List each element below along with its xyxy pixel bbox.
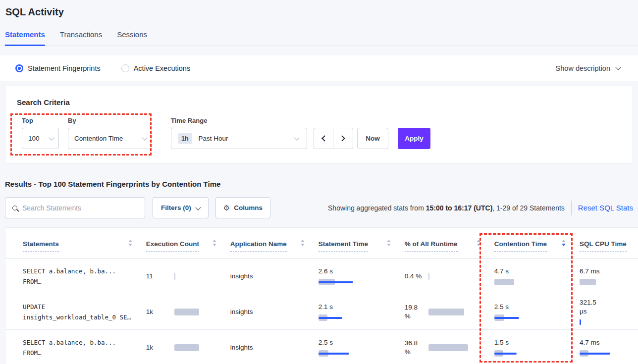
statement-link[interactable]: SELECT a.balance, b.ba... FROM… — [23, 266, 146, 287]
statement-time-value: 2.1 s — [319, 303, 405, 312]
pct-runtime-value: 36.8 — [405, 339, 428, 348]
execution-count-cell: 1k — [146, 308, 230, 315]
time-step-buttons — [314, 128, 353, 149]
time-range-value: Past Hour — [199, 135, 228, 142]
view-mode-bar: Statement Fingerprints Active Executions… — [0, 55, 638, 81]
tab-transactions[interactable]: Transactions — [60, 30, 102, 46]
tab-statements[interactable]: Statements — [5, 30, 45, 46]
pct-runtime-bar — [428, 344, 468, 351]
contention-time-value: 1.5 s — [494, 338, 580, 347]
column-header-contention-time[interactable]: Contention Time — [494, 240, 580, 246]
time-range-field: Time Range 1h Past Hour — [171, 117, 307, 149]
radio-active-executions[interactable]: Active Executions — [121, 64, 190, 72]
search-criteria-title: Search Criteria — [17, 98, 621, 106]
by-field: By Contention Time — [68, 117, 152, 149]
time-range-label: Time Range — [171, 117, 307, 124]
execution-count-bar — [174, 309, 199, 315]
statement-line1: UPDATE — [23, 302, 146, 312]
search-input[interactable] — [22, 204, 131, 212]
pct-runtime-bar — [428, 309, 464, 315]
radio-label: Active Executions — [134, 64, 190, 72]
execution-count-cell: 11 — [146, 272, 230, 280]
sort-icon[interactable] — [213, 240, 216, 246]
sort-icon-active-desc[interactable] — [562, 240, 566, 246]
column-label: Statement Time — [319, 240, 368, 252]
by-label: By — [68, 117, 152, 124]
sort-icon[interactable] — [477, 240, 480, 246]
chevron-down-icon — [49, 135, 54, 140]
execution-count-bar — [174, 344, 199, 351]
show-description-toggle[interactable]: Show description — [556, 64, 620, 72]
column-label: % of All Runtime — [405, 240, 458, 252]
statement-line1: SELECT a.balance, b.ba... — [23, 266, 146, 276]
sql-cpu-time-bar — [580, 350, 638, 357]
radio-unselected-icon[interactable] — [121, 64, 129, 72]
application-name-cell: insights — [230, 272, 319, 280]
next-interval-button[interactable] — [333, 128, 353, 149]
search-statements-box — [5, 197, 145, 218]
sort-icon[interactable] — [128, 240, 132, 246]
statement-time-bar — [319, 314, 378, 321]
columns-label: Columns — [234, 204, 263, 211]
contention-time-bar — [494, 350, 554, 357]
by-select-value: Contention Time — [74, 135, 123, 142]
contention-time-bar — [494, 314, 554, 321]
sort-icon[interactable] — [387, 240, 391, 246]
execution-count-bar — [174, 273, 175, 280]
search-criteria-card: Search Criteria Top 100 By Contention Ti… — [5, 86, 633, 164]
column-label: Execution Count — [146, 240, 199, 252]
statement-link[interactable]: SELECT a.balance, b.ba... FROM… — [23, 337, 146, 358]
stats-prefix: Showing aggregated stats from — [328, 204, 426, 212]
statement-link[interactable]: UPDATE insights_workload_table_0 SE… — [23, 302, 146, 322]
top-select[interactable]: 100 — [22, 128, 59, 149]
results-toolbar: Filters (0) ⚙ Columns Showing aggregated… — [5, 197, 633, 218]
contention-time-cell: 1.5 s — [494, 338, 580, 357]
pct-runtime-cell: 0.4 % — [405, 272, 494, 281]
table-row: SELECT a.balance, b.ba... FROM… 11 insig… — [5, 259, 638, 294]
radio-selected-icon[interactable] — [15, 64, 23, 72]
by-select[interactable]: Contention Time — [68, 128, 152, 149]
stats-suffix: , 1-29 of 29 Statements — [492, 204, 565, 212]
apply-button[interactable]: Apply — [398, 128, 430, 149]
statement-line1: SELECT a.balance, b.ba... — [23, 337, 146, 348]
column-header-pct-runtime[interactable]: % of All Runtime — [405, 240, 494, 246]
time-range-select[interactable]: 1h Past Hour — [171, 128, 307, 149]
previous-interval-button[interactable] — [314, 128, 333, 149]
execution-count-cell: 1k — [146, 344, 230, 351]
sql-cpu-time-cell: 6.7 ms — [580, 267, 638, 285]
stats-range: 15:00 to 16:17 (UTC) — [426, 204, 493, 212]
reset-sql-stats-link[interactable]: Reset SQL Stats — [578, 204, 633, 212]
top-select-value: 100 — [28, 135, 40, 142]
chevron-down-icon — [294, 135, 299, 140]
tab-sessions[interactable]: Sessions — [117, 30, 147, 46]
pct-runtime-cell: 19.8% — [405, 303, 494, 321]
sql-cpu-time-bar — [580, 319, 638, 325]
pct-runtime-bar — [428, 273, 429, 280]
statement-line2: insights_workload_table_0 SE… — [23, 312, 146, 322]
top-field: Top 100 — [22, 117, 59, 149]
now-button[interactable]: Now — [357, 128, 388, 149]
radio-label: Statement Fingerprints — [28, 64, 101, 72]
column-header-statement-time[interactable]: Statement Time — [319, 240, 405, 246]
statement-time-cell: 2.1 s — [319, 303, 405, 321]
statements-table: Statements Execution Count Application N… — [5, 227, 638, 364]
column-header-application-name[interactable]: Application Name — [230, 240, 319, 246]
sql-activity-page: SQL Activity Statements Transactions Ses… — [0, 0, 638, 364]
column-header-execution-count[interactable]: Execution Count — [146, 240, 230, 246]
sql-cpu-time-value: 321.5 — [580, 298, 638, 307]
column-label: SQL CPU Time — [580, 240, 627, 252]
column-header-sql-cpu-time[interactable]: SQL CPU Time — [580, 240, 638, 246]
sql-cpu-time-bar — [580, 279, 638, 285]
radio-statement-fingerprints[interactable]: Statement Fingerprints — [15, 64, 101, 72]
sort-icon[interactable] — [301, 240, 305, 246]
chevron-down-icon — [195, 205, 201, 210]
column-header-statements[interactable]: Statements — [23, 240, 146, 246]
execution-count-value: 1k — [146, 344, 174, 351]
table-header-row: Statements Execution Count Application N… — [5, 228, 638, 259]
filters-button[interactable]: Filters (0) — [153, 197, 209, 218]
page-title: SQL Activity — [5, 6, 638, 18]
filters-label: Filters (0) — [161, 204, 191, 211]
chevron-right-icon — [339, 135, 345, 142]
criteria-fields-row: Top 100 By Contention Time Time Range 1h… — [17, 117, 621, 149]
columns-button[interactable]: ⚙ Columns — [215, 197, 270, 218]
